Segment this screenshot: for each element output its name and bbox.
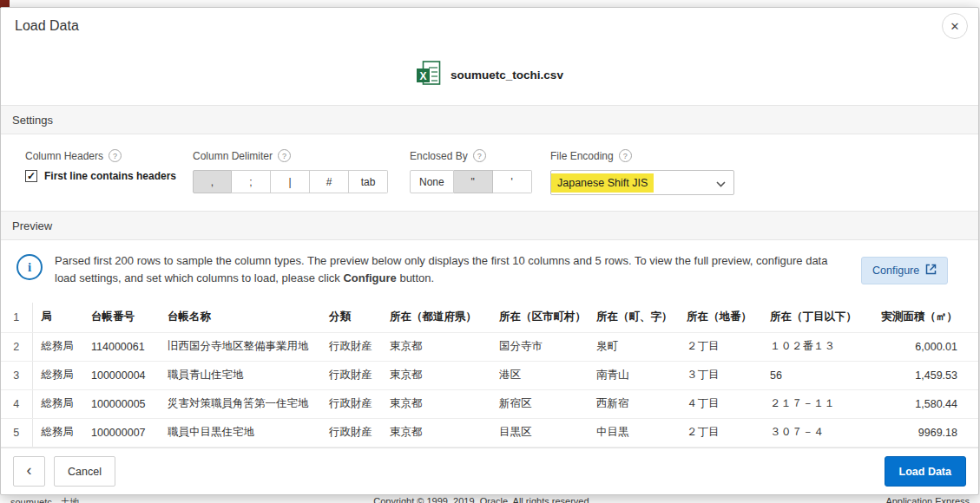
- table-cell: 56: [761, 361, 855, 389]
- chevron-down-icon: [716, 175, 726, 191]
- row-number-cell: 3: [1, 361, 32, 389]
- first-line-headers-label: First line contains headers: [44, 170, 176, 182]
- column-header: 所在（丁目以下）: [761, 303, 855, 332]
- row-number-cell: 1: [1, 303, 32, 332]
- help-icon[interactable]: ?: [473, 149, 486, 162]
- table-cell: 泉町: [588, 332, 678, 361]
- delimiter-option-semicolon[interactable]: ;: [232, 170, 271, 193]
- table-row: 2総務局114000061旧西国分寺地区整備事業用地行政財産東京都国分寺市泉町２…: [1, 332, 978, 361]
- preview-info-row: i Parsed first 200 rows to sample the co…: [1, 240, 978, 303]
- table-cell: 災害対策職員角筈第一住宅地: [159, 389, 320, 418]
- row-number-cell: 5: [1, 418, 32, 447]
- enclosed-by-option-double-quote[interactable]: ": [454, 170, 493, 193]
- row-number-cell: 2: [1, 332, 32, 361]
- delimiter-option-tab[interactable]: tab: [349, 170, 388, 193]
- table-cell: 総務局: [32, 361, 82, 389]
- table-cell: 職員中目黒住宅地: [159, 418, 320, 447]
- help-icon[interactable]: ?: [619, 149, 632, 162]
- configure-button[interactable]: Configure: [861, 257, 948, 284]
- table-cell: 旧西国分寺地区整備事業用地: [159, 332, 320, 361]
- table-cell: 新宿区: [490, 389, 588, 418]
- enclosed-by-group: Enclosed By ? None"': [410, 149, 532, 193]
- column-header: 所在（区市町村）: [490, 303, 588, 332]
- column-headers-group: Column Headers ? ✓ First line contains h…: [25, 149, 176, 182]
- preview-table-wrap: 1局台帳番号台帳名称分類所在（都道府県）所在（区市町村）所在（町、字）所在（地番…: [1, 303, 978, 447]
- open-in-new-icon: [925, 264, 937, 278]
- table-cell: 行政財産: [320, 418, 381, 447]
- file-encoding-select[interactable]: Japanese Shift JIS: [550, 170, 734, 195]
- column-delimiter-options: ,;|#tab: [193, 170, 388, 193]
- table-cell: ２丁目: [678, 332, 761, 361]
- column-header: 所在（地番）: [678, 303, 761, 332]
- background-footer-copyright: Copyright © 1999, 2019, Oracle. All righ…: [373, 496, 591, 503]
- preview-table-head-row: 1局台帳番号台帳名称分類所在（都道府県）所在（区市町村）所在（町、字）所在（地番…: [1, 303, 978, 332]
- csv-file-icon: X: [416, 60, 442, 90]
- table-cell: 東京都: [381, 332, 490, 361]
- table-cell: 港区: [490, 361, 588, 389]
- background-page-footer: soumuetc - 土地 Copyright © 1999, 2019, Or…: [0, 496, 980, 503]
- background-footer-left: soumuetc - 土地: [10, 496, 79, 503]
- column-header: 実測面積（㎡）: [855, 303, 978, 332]
- delimiter-option-hash[interactable]: #: [310, 170, 349, 193]
- help-icon[interactable]: ?: [278, 149, 291, 162]
- table-cell: 東京都: [381, 389, 490, 418]
- table-cell: ２丁目: [678, 418, 761, 447]
- table-cell: 総務局: [32, 389, 82, 418]
- table-cell: 1,459.53: [855, 361, 978, 389]
- settings-body: Column Headers ? ✓ First line contains h…: [1, 134, 978, 211]
- file-encoding-group: File Encoding ? Japanese Shift JIS: [550, 149, 734, 195]
- table-cell: 100000007: [82, 418, 159, 447]
- table-cell: ３丁目: [678, 361, 761, 389]
- column-delimiter-group: Column Delimiter ? ,;|#tab: [193, 149, 388, 193]
- back-button[interactable]: ‹: [13, 456, 45, 487]
- table-cell: 行政財産: [320, 389, 381, 418]
- close-icon[interactable]: ✕: [942, 13, 968, 39]
- load-data-dialog: Load Data ✕ X soumuetc_tochi.csv Setting…: [0, 7, 979, 495]
- dialog-title: Load Data: [15, 18, 79, 34]
- preview-info-text: Parsed first 200 rows to sample the colu…: [55, 252, 849, 286]
- column-header: 台帳番号: [82, 303, 159, 332]
- settings-section-header: Settings: [1, 105, 978, 134]
- table-cell: 6,000.01: [855, 332, 978, 361]
- settings-section-label: Settings: [12, 114, 53, 127]
- load-data-button[interactable]: Load Data: [885, 456, 966, 487]
- table-cell: ２１７－１１: [761, 389, 855, 418]
- table-cell: 東京都: [381, 361, 490, 389]
- column-delimiter-label: Column Delimiter: [193, 150, 273, 162]
- enclosed-by-option-none[interactable]: None: [410, 170, 454, 193]
- column-header: 台帳名称: [159, 303, 320, 332]
- table-row: 3総務局100000004職員青山住宅地行政財産東京都港区南青山３丁目561,4…: [1, 361, 978, 389]
- delimiter-option-comma[interactable]: ,: [193, 170, 232, 193]
- dialog-footer: ‹ Cancel Load Data: [1, 447, 978, 494]
- table-cell: 総務局: [32, 418, 82, 447]
- table-cell: 職員青山住宅地: [159, 361, 320, 389]
- column-headers-label: Column Headers: [25, 150, 103, 162]
- help-icon[interactable]: ?: [109, 149, 122, 162]
- table-cell: 100000004: [82, 361, 159, 389]
- column-header: 局: [32, 303, 82, 332]
- table-cell: ４丁目: [678, 389, 761, 418]
- file-encoding-label: File Encoding: [550, 150, 614, 162]
- table-cell: 行政財産: [320, 361, 381, 389]
- table-cell: 114000061: [82, 332, 159, 361]
- table-cell: 南青山: [588, 361, 678, 389]
- delimiter-option-pipe[interactable]: |: [271, 170, 310, 193]
- svg-text:X: X: [420, 69, 427, 82]
- table-cell: 東京都: [381, 418, 490, 447]
- preview-section-label: Preview: [12, 219, 52, 232]
- enclosed-by-label: Enclosed By: [410, 150, 468, 162]
- table-cell: １０２番１３: [761, 332, 855, 361]
- info-icon: i: [16, 254, 43, 280]
- background-footer-right: Application Express: [885, 496, 970, 503]
- first-line-headers-checkbox[interactable]: ✓: [25, 170, 37, 182]
- cancel-button[interactable]: Cancel: [54, 456, 115, 487]
- table-cell: 目黒区: [490, 418, 588, 447]
- table-cell: 100000005: [82, 389, 159, 418]
- table-cell: 1,580.44: [855, 389, 978, 418]
- preview-section-header: Preview: [1, 211, 978, 240]
- enclosed-by-option-single-quote[interactable]: ': [493, 170, 532, 193]
- column-header: 所在（都道府県）: [381, 303, 490, 332]
- file-encoding-value: Japanese Shift JIS: [551, 173, 654, 193]
- table-cell: 国分寺市: [490, 332, 588, 361]
- table-cell: 西新宿: [588, 389, 678, 418]
